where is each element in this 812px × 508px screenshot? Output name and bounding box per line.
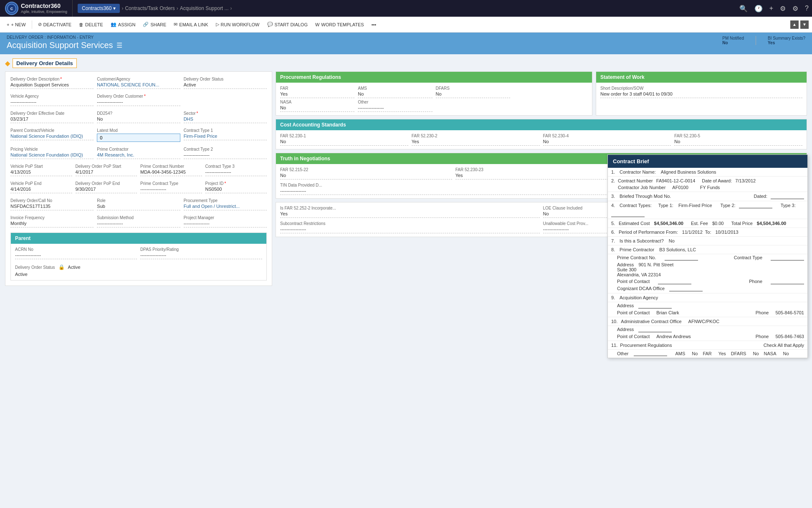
assign-button[interactable]: 👥 ASSIGN <box>107 20 139 29</box>
contract-type2-label: Contract Type 2 <box>184 147 267 152</box>
cb-row8-sub1: Prime Contract No. Contract Type <box>608 254 807 261</box>
logo-icon: C <box>5 2 18 15</box>
do-status-row: Delivery Order Status 🔒 Active <box>15 264 262 270</box>
do-customer-label: Delivery Order Customer * <box>97 94 180 99</box>
scroll-down-button[interactable]: ▼ <box>800 20 809 29</box>
cb-row8-address: Address 901 N. Pitt Street Suite 300 Ale… <box>608 261 807 278</box>
search-icon[interactable]: 🔍 <box>739 5 748 13</box>
nav-current[interactable]: Contracts360 ▾ <box>78 4 120 13</box>
left-panel: Delivery Order Description * Acquisition… <box>5 71 272 286</box>
parent-contract-value[interactable]: National Science Foundation (IDIQ) <box>10 134 94 140</box>
contract-type1-value[interactable]: Firm-Fixed Price <box>184 134 267 140</box>
prime-contractor-value[interactable]: 4M Research, Inc. <box>97 152 180 159</box>
dd254-value: No <box>97 116 180 123</box>
email-link-button[interactable]: ✉ EMAIL A LINK <box>170 20 211 29</box>
dd254-label: DD254? <box>97 111 180 116</box>
new-button[interactable]: + + NEW <box>3 20 29 29</box>
contract-brief-header: Contract Brief <box>608 155 807 168</box>
cb-row-4: 4. Contract Types: Type 1: Firm-Fixed Pr… <box>608 201 807 219</box>
field-customer-agency: Customer/Agency NATIONAL SCIENCE FOUN... <box>97 77 180 89</box>
field-far: FAR Yes <box>280 86 354 98</box>
field-description: Delivery Order Description * Acquisition… <box>10 77 94 89</box>
cb-row9-phone-value: 505-846-5701 <box>775 310 804 315</box>
nav-link1[interactable]: Contracts/Task Orders <box>125 5 175 11</box>
add-icon[interactable]: + <box>769 5 773 12</box>
cb-row-8: 8. Prime Contractor B3 Solutions, LLC Pr… <box>608 245 807 293</box>
cb-row10-value: AFNWC/PKOC <box>688 319 720 324</box>
word-templates-button[interactable]: W WORD TEMPLATES <box>312 20 367 29</box>
help-icon[interactable]: ? <box>805 5 809 12</box>
delete-button[interactable]: 🗑 DELETE <box>76 20 106 29</box>
nav-right-icons: 🔍 🕐 + ⚙ ⚙ ? <box>739 5 809 13</box>
customer-agency-label: Customer/Agency <box>97 77 180 81</box>
procurement-reg-card: Procurement Regulations FAR Yes AMS No <box>276 71 592 116</box>
field-far-230-5: FAR 52.230-5 No <box>674 134 802 146</box>
far-215-22-value: No <box>280 173 452 179</box>
cb-fy-label: FY Funds <box>700 185 720 190</box>
assign-icon: 👥 <box>111 22 116 27</box>
customer-agency-value[interactable]: NATIONAL SCIENCE FOUN... <box>97 82 180 89</box>
field-procurement-type: Procurement Type Full and Open / Unrestr… <box>184 198 267 210</box>
pricing-vehicle-label: Pricing Vehicle <box>10 147 94 152</box>
history-icon[interactable]: 🕐 <box>754 5 763 13</box>
sector-value[interactable]: DHS <box>184 116 267 123</box>
far-value: Yes <box>280 91 354 98</box>
cb-fee-value: $0.00 <box>712 221 724 226</box>
cb-prime-no-label: Prime Contract No. <box>617 255 656 260</box>
start-dialog-button[interactable]: 💬 START DIALOG <box>264 20 311 29</box>
field-row-4: Parent Contract/Vehicle National Science… <box>10 128 267 142</box>
cb-row-6: 6. Period of Performance From: 11/1/2012… <box>608 228 807 237</box>
scroll-arrows: ▲ ▼ <box>790 20 809 29</box>
deactivate-icon: ⊘ <box>38 22 42 27</box>
cb-row-7: 7. Is this a Subcontract? No <box>608 237 807 245</box>
do-call-no-value: NSFDACS17T1135 <box>10 204 94 210</box>
field-vehicle-pop-start: Vehicle PoP Start 4/13/2015 <box>10 164 72 176</box>
far-230-23-value: Yes <box>455 173 627 179</box>
do-pop-start-value: 4/1/2017 <box>76 169 137 176</box>
share-button[interactable]: 🔗 SHARE <box>139 20 169 29</box>
nav-link2[interactable]: Acquisition Support ... <box>180 5 229 11</box>
toolbar-right: ▲ ▼ <box>790 20 809 29</box>
sow-header: Statement of Work <box>596 72 807 83</box>
field-acrn: ACRN No ----------------- <box>15 247 137 259</box>
cb-row11-regs: Other AMS No FAR Yes DFARS No NASA No <box>608 350 807 358</box>
field-row-5: Pricing Vehicle National Science Foundat… <box>10 147 267 159</box>
trash-icon: 🗑 <box>79 22 83 27</box>
procurement-reg-body: FAR Yes AMS No DFARS No <box>276 83 592 115</box>
filter-icon[interactable]: ⚙ <box>780 5 786 13</box>
parent-header: Parent <box>11 233 266 244</box>
far-230-4-value: No <box>543 139 671 146</box>
deactivate-button[interactable]: ⊘ DEACTIVATE <box>35 20 75 29</box>
cb-to-value: 10/31/2013 <box>715 230 738 235</box>
cb-row10-poc-value: Andrew Andrews <box>656 334 691 339</box>
field-dfars: DFARS No <box>436 86 510 98</box>
more-button[interactable]: ••• <box>368 20 380 29</box>
section-collapse-icon[interactable]: ◆ <box>5 59 10 67</box>
far-230-2-value: Yes <box>412 139 540 146</box>
pm-info: PM Notified No BI Summary Exists? Yes <box>722 36 805 45</box>
pricing-vehicle-value[interactable]: National Science Foundation (IDIQ) <box>10 152 94 159</box>
cb-cost-value: $4,504,346.00 <box>654 221 683 226</box>
effective-date-label: Delivery Order Effective Date <box>10 111 94 116</box>
cb-to-label: To: <box>705 230 711 235</box>
workflow-icon: ▷ <box>216 22 219 27</box>
cb-row9-poc: Point of Contact Brian Clark Phone 505-8… <box>608 309 807 317</box>
scroll-up-button[interactable]: ▲ <box>790 20 799 29</box>
field-do-call-no: Delivery Order/Call No NSFDACS17T1135 <box>10 198 94 210</box>
cb-row10-phone-value: 505-846-7463 <box>775 334 804 339</box>
cb-dcaa-label: Cognizant DCAA Office <box>617 286 665 291</box>
field-far-230-1: FAR 52.230-1 No <box>280 134 408 146</box>
nav-sep2: › <box>177 5 178 11</box>
menu-icon[interactable]: ☰ <box>116 41 122 49</box>
cb-job-value: AF0100 <box>672 185 688 190</box>
field-other: Other ----------------- <box>358 100 432 112</box>
procurement-type-value[interactable]: Full and Open / Unrestrict... <box>184 204 267 210</box>
cb-subcontract-value: No <box>669 238 675 243</box>
logo-area[interactable]: C Contractor360 Agile, Intuitive, Empowe… <box>3 0 73 17</box>
latest-mod-input[interactable] <box>97 134 180 142</box>
run-workflow-button[interactable]: ▷ RUN WORKFLOW <box>212 20 263 29</box>
field-row-2: Vehicle Agency ----------------- Deliver… <box>10 94 267 106</box>
procurement-reg-header: Procurement Regulations <box>276 72 592 83</box>
cb-label-1: Contractor Name: <box>620 169 656 174</box>
settings-icon[interactable]: ⚙ <box>792 5 798 13</box>
